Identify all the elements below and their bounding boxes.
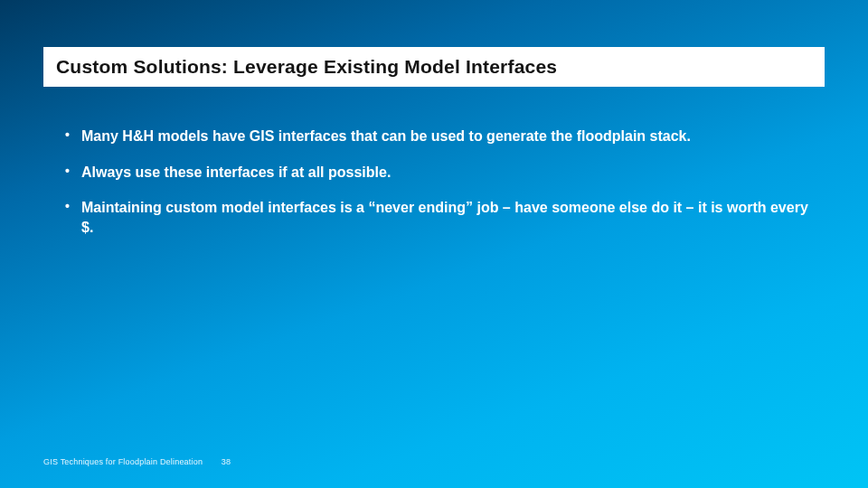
- slide: Custom Solutions: Leverage Existing Mode…: [0, 0, 868, 488]
- bullet-item: Many H&H models have GIS interfaces that…: [61, 127, 814, 146]
- bullet-list: Many H&H models have GIS interfaces that…: [61, 127, 814, 237]
- slide-footer: GIS Techniques for Floodplain Delineatio…: [43, 457, 231, 466]
- page-number: 38: [222, 457, 231, 466]
- bullet-item: Maintaining custom model interfaces is a…: [61, 198, 814, 237]
- slide-content: Many H&H models have GIS interfaces that…: [61, 127, 814, 253]
- bullet-item: Always use these interfaces if at all po…: [61, 163, 814, 183]
- slide-title: Custom Solutions: Leverage Existing Mode…: [43, 47, 825, 87]
- footer-label: GIS Techniques for Floodplain Delineatio…: [43, 457, 203, 466]
